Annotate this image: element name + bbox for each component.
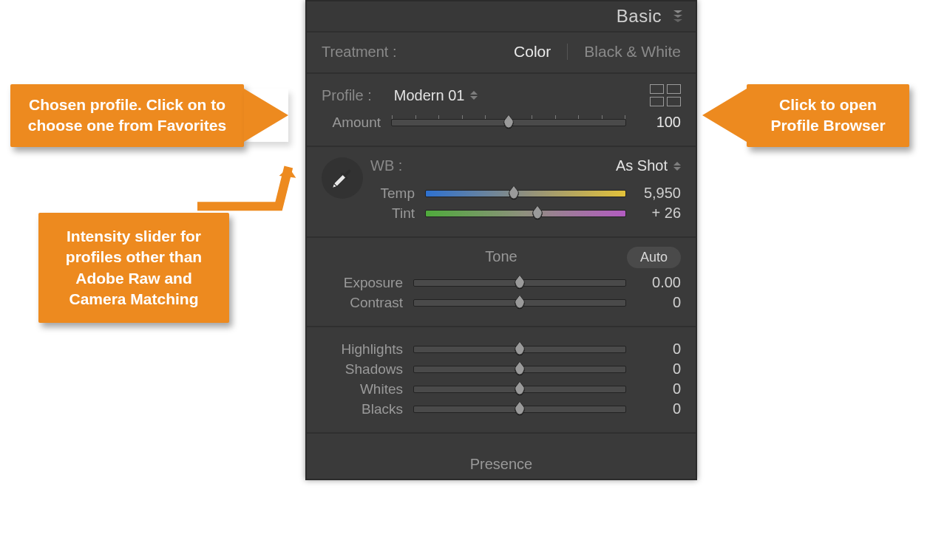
updown-icon: [673, 162, 681, 171]
slider-row: Contrast 0: [322, 294, 681, 311]
slider-value[interactable]: 0: [637, 361, 681, 378]
profile-value: Modern 01: [394, 87, 465, 104]
slider-value[interactable]: 0: [637, 380, 681, 397]
callout-profile: Chosen profile. Click on to choose one f…: [10, 84, 244, 147]
svg-marker-4: [279, 167, 296, 178]
slider-label: Exposure: [322, 275, 403, 291]
slider-row: Exposure 0.00: [322, 274, 681, 291]
tone-section: Tone Auto Exposure 0.00 Contrast 0: [307, 238, 696, 327]
panel-title: Basic: [617, 6, 662, 27]
whites-slider[interactable]: [413, 386, 626, 393]
blacks-slider[interactable]: [413, 406, 626, 413]
amount-slider[interactable]: [391, 119, 626, 126]
slider-value[interactable]: 0: [637, 294, 681, 311]
slider-row: Whites 0: [322, 380, 681, 397]
slider-label: Shadows: [322, 361, 403, 378]
presence-title: Presence: [322, 444, 681, 477]
basic-panel: Basic Treatment : Color Black & White Pr…: [305, 0, 697, 480]
treatment-label: Treatment :: [322, 44, 397, 61]
wb-value: As Shot: [616, 157, 668, 174]
panel-disclosure-icon[interactable]: [672, 10, 684, 22]
updown-icon: [470, 91, 478, 100]
temp-slider[interactable]: [425, 190, 626, 197]
slider-value[interactable]: 0.00: [637, 274, 681, 291]
auto-button[interactable]: Auto: [627, 247, 681, 268]
tint-label: Tint: [370, 205, 415, 222]
wb-label: WB :: [370, 157, 402, 174]
exposure-slider[interactable]: [413, 279, 626, 287]
slider-row: Highlights 0: [322, 341, 681, 358]
treatment-color[interactable]: Color: [514, 43, 551, 61]
amount-label: Amount: [316, 115, 381, 131]
tint-value[interactable]: + 26: [637, 205, 681, 222]
callout-amount: Intensity slider for profiles other than…: [38, 213, 229, 323]
arrow-right-icon: [244, 89, 288, 142]
slider-label: Highlights: [322, 341, 403, 358]
slider-label: Contrast: [322, 295, 403, 311]
treatment-bw[interactable]: Black & White: [584, 43, 681, 61]
profile-dropdown[interactable]: Modern 01: [394, 87, 650, 104]
slider-value[interactable]: 0: [637, 400, 681, 417]
tone-title: Tone: [485, 248, 517, 265]
contrast-slider[interactable]: [413, 299, 626, 307]
callout-browser: Click to open Profile Browser: [747, 84, 909, 147]
shadows-slider[interactable]: [413, 366, 626, 373]
slider-row: Shadows 0: [322, 361, 681, 378]
wb-section: WB : As Shot Temp 5,950 Tint: [307, 147, 696, 238]
svg-rect-2: [334, 174, 346, 186]
temp-value[interactable]: 5,950: [637, 185, 681, 202]
tint-slider[interactable]: [425, 210, 626, 217]
temp-label: Temp: [370, 185, 415, 202]
slider-label: Whites: [322, 381, 403, 397]
slider-label: Blacks: [322, 401, 403, 417]
treatment-separator: [567, 44, 568, 60]
profile-label: Profile :: [322, 87, 372, 104]
amount-value[interactable]: 100: [637, 114, 681, 131]
highlights-slider[interactable]: [413, 346, 626, 353]
panel-header: Basic: [307, 1, 696, 33]
slider-row: Blacks 0: [322, 400, 681, 417]
profile-section: Profile : Modern 01 Amount 100: [307, 74, 696, 147]
presence-section: Presence: [307, 434, 696, 479]
arrow-left-icon: [702, 89, 747, 142]
slider-value[interactable]: 0: [637, 341, 681, 358]
tone-section-2: Highlights 0 Shadows 0 Whites 0 Blacks 0: [307, 327, 696, 434]
profile-browser-button[interactable]: [650, 84, 681, 106]
wb-dropdown[interactable]: As Shot: [616, 157, 681, 174]
eyedropper-button[interactable]: [322, 157, 363, 199]
treatment-section: Treatment : Color Black & White: [307, 33, 696, 74]
